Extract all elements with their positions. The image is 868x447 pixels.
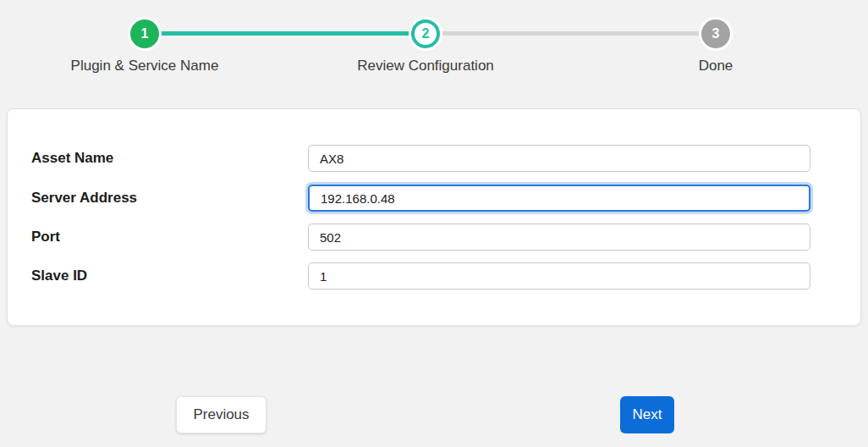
step-circle-review-configuration[interactable]: 2 bbox=[411, 19, 440, 48]
asset-name-label: Asset Name bbox=[31, 150, 113, 167]
step-circle-done[interactable]: 3 bbox=[701, 19, 730, 48]
configuration-form-card: Asset Name Server Address Port Slave ID bbox=[7, 108, 861, 326]
wizard-stepper: 1 2 3 Plugin & Service Name Review Confi… bbox=[0, 0, 868, 85]
form-row-slave-id: Slave ID bbox=[8, 262, 860, 290]
asset-name-input[interactable] bbox=[308, 145, 810, 172]
form-row-port: Port bbox=[8, 224, 860, 251]
stepper-connector-pending bbox=[426, 31, 716, 36]
step-label-review-configuration: Review Configuration bbox=[299, 58, 552, 74]
stepper-connector-complete bbox=[145, 31, 426, 36]
step-label-plugin-service-name: Plugin & Service Name bbox=[18, 58, 272, 74]
previous-button[interactable]: Previous bbox=[176, 396, 266, 433]
form-row-server-address: Server Address bbox=[8, 185, 860, 212]
step-circle-plugin-service-name[interactable]: 1 bbox=[130, 19, 159, 48]
server-address-input[interactable] bbox=[308, 185, 810, 212]
step-label-done: Done bbox=[589, 58, 843, 74]
slave-id-input[interactable] bbox=[308, 262, 810, 290]
port-input[interactable] bbox=[308, 224, 810, 251]
port-label: Port bbox=[31, 229, 60, 246]
form-row-asset-name: Asset Name bbox=[8, 145, 860, 172]
next-button[interactable]: Next bbox=[620, 396, 674, 433]
server-address-label: Server Address bbox=[31, 190, 137, 207]
slave-id-label: Slave ID bbox=[31, 268, 87, 284]
